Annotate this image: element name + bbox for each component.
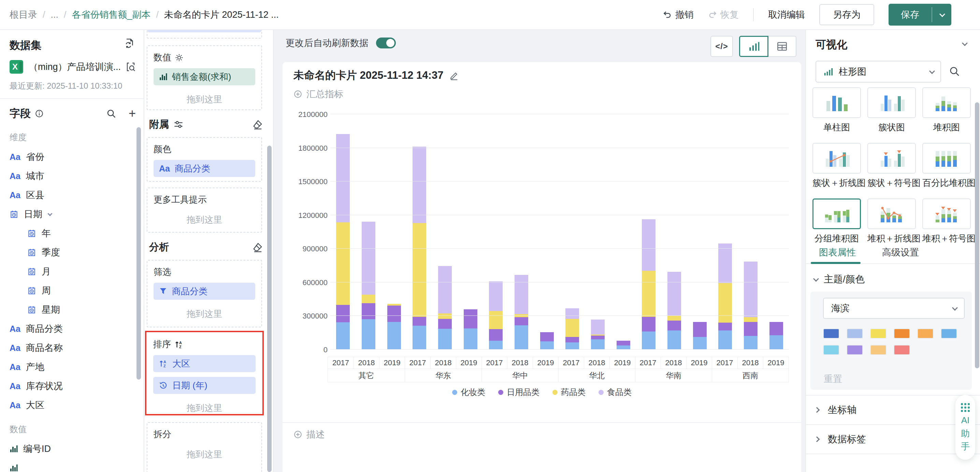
section-legend[interactable]: 图例 <box>806 454 980 472</box>
bar-其它-2017[interactable] <box>330 114 356 350</box>
gear-icon[interactable] <box>175 53 184 62</box>
ai-assistant-button[interactable]: AI 助 手 <box>955 395 975 460</box>
bar-华北-2017[interactable] <box>560 114 585 350</box>
split-dropzone[interactable]: 拆分 拖到这里 <box>147 422 262 472</box>
eraser-icon[interactable] <box>253 242 263 253</box>
dimension-field-区县[interactable]: Aa区县 <box>0 186 144 205</box>
bar-西南-2018[interactable] <box>738 114 764 350</box>
chart-type-单柱图[interactable]: 单柱图 <box>813 87 861 133</box>
reset-button[interactable]: 重置 <box>824 373 842 385</box>
tab-advanced-settings[interactable]: 高级设置 <box>882 246 919 259</box>
value-pill[interactable]: 销售金额(求和) <box>154 68 255 85</box>
cancel-edit-button[interactable]: 取消编辑 <box>768 8 805 21</box>
bar-华北-2018[interactable] <box>585 114 611 350</box>
bar-华东-2017[interactable] <box>407 114 432 350</box>
auto-refresh-toggle[interactable] <box>376 38 396 48</box>
color-swatch-#f3de58[interactable] <box>870 328 886 339</box>
chart-type-堆积图[interactable]: 堆积图 <box>922 87 971 133</box>
bar-其它-2018[interactable] <box>356 114 382 350</box>
dimension-field-星期[interactable]: 星期 <box>0 300 144 319</box>
bar-其它-2019[interactable] <box>381 114 407 350</box>
tooltip-dropzone[interactable]: 更多工具提示 拖到这里 <box>147 188 262 233</box>
bar-华中-2017[interactable] <box>483 114 509 350</box>
sidebar-scrollbar[interactable] <box>137 127 141 380</box>
view-table-button[interactable] <box>768 36 796 57</box>
panel-scrollbar[interactable] <box>975 102 979 368</box>
color-swatch-#4a72c8[interactable] <box>823 328 839 339</box>
dimension-field-大区[interactable]: Aa大区 <box>0 396 144 415</box>
bar-华北-2019[interactable] <box>611 114 636 350</box>
dimension-field-省份[interactable]: Aa省份 <box>0 147 144 167</box>
legend-item-药品类[interactable]: 药品类 <box>552 387 585 398</box>
chart-type-select[interactable]: 柱形图 <box>816 61 941 83</box>
dimension-field-季度[interactable]: 季度 <box>0 243 144 262</box>
section-axis[interactable]: 坐标轴 <box>806 395 980 424</box>
breadcrumb-dataset-link[interactable]: 各省份销售额_副本 <box>72 8 151 21</box>
color-pill[interactable]: Aa 商品分类 <box>154 160 255 177</box>
color-swatch-#f6ac55[interactable] <box>917 328 934 339</box>
color-swatch-#a28ce4[interactable] <box>846 345 863 355</box>
theme-color-section-header[interactable]: 主题/颜色 <box>813 273 865 286</box>
section-data-labels[interactable]: 数据标签 <box>806 424 980 454</box>
bar-华中-2019[interactable] <box>534 114 560 350</box>
redo-button[interactable]: 恢复 <box>708 8 739 21</box>
sliders-icon[interactable] <box>174 120 183 129</box>
color-swatch-#6db2e9[interactable] <box>941 328 957 339</box>
color-swatch-#f6c77c[interactable] <box>870 345 886 355</box>
chart-type-簇状＋折线图[interactable]: 簇状＋折线图 <box>813 143 861 189</box>
tab-chart-properties[interactable]: 图表属性 <box>819 246 856 259</box>
color-swatch-#a9c0ec[interactable] <box>846 328 863 339</box>
save-button[interactable]: 保存 <box>889 4 932 25</box>
search-chart-type-icon[interactable] <box>948 65 960 77</box>
metric-field-partial[interactable] <box>0 458 144 472</box>
theme-select[interactable]: 海滨 <box>823 298 965 319</box>
bar-华南-2019[interactable] <box>687 114 713 350</box>
chart-type-堆积＋折线图[interactable]: 堆积＋折线图 <box>867 199 916 245</box>
chart-type-分组堆积图[interactable]: 分组堆积图 <box>813 199 861 245</box>
chart-type-簇状＋符号图[interactable]: 簇状＋符号图 <box>867 143 916 189</box>
dimension-field-城市[interactable]: Aa城市 <box>0 167 144 186</box>
chart-type-百分比堆积图[interactable]: 百分比堆积图 <box>922 143 971 189</box>
undo-button[interactable]: 撤销 <box>663 8 694 21</box>
chevron-down-icon[interactable] <box>48 211 52 216</box>
chart-type-簇状图[interactable]: 簇状图 <box>867 87 916 133</box>
sort-pill-date-year[interactable]: 日期 (年) <box>153 377 256 394</box>
filter-dropzone[interactable]: 筛选 商品分类 拖到这里 <box>147 260 262 327</box>
dimension-pill-partial[interactable] <box>147 30 261 32</box>
collapse-panel-icon[interactable] <box>962 40 968 46</box>
filter-pill[interactable]: 商品分类 <box>154 283 255 300</box>
bar-华东-2018[interactable] <box>432 114 458 350</box>
add-field-icon[interactable]: + <box>129 107 136 120</box>
breadcrumb-ellipsis[interactable]: ... <box>51 10 59 20</box>
dimension-field-周[interactable]: 周 <box>0 281 144 300</box>
metric-field-编号ID[interactable]: 编号ID <box>0 439 144 458</box>
dimension-field-库存状况[interactable]: Aa库存状况 <box>0 377 144 396</box>
bar-华南-2017[interactable] <box>636 114 662 350</box>
bar-华东-2019[interactable] <box>458 114 483 350</box>
sort-dropzone-highlighted[interactable]: 排序 A Z A Z 大区 <box>145 331 264 415</box>
dimension-field-商品分类[interactable]: Aa商品分类 <box>0 319 144 339</box>
dimension-field-产地[interactable]: Aa产地 <box>0 358 144 377</box>
chart-type-堆积＋符号图[interactable]: 堆积＋符号图 <box>922 199 971 245</box>
preview-dataset-icon[interactable] <box>126 62 136 72</box>
legend-item-日用品类[interactable]: 日用品类 <box>498 387 539 398</box>
color-swatch-#f2827f[interactable] <box>894 345 910 355</box>
describe-button[interactable]: 描述 <box>293 428 325 441</box>
legend-item-化妆类[interactable]: 化妆类 <box>452 387 485 398</box>
save-as-button[interactable]: 另存为 <box>819 4 874 25</box>
bar-华中-2018[interactable] <box>509 114 535 350</box>
edit-title-icon[interactable] <box>449 71 459 80</box>
legend-item-食品类[interactable]: 食品类 <box>598 387 632 398</box>
search-fields-icon[interactable] <box>106 108 116 119</box>
view-chart-button[interactable] <box>739 36 768 57</box>
config-scrollbar[interactable] <box>267 146 272 472</box>
breadcrumb-root[interactable]: 根目录 <box>10 8 37 21</box>
switch-dataset-icon[interactable] <box>124 38 135 49</box>
eraser-icon[interactable] <box>253 119 263 130</box>
color-dropzone[interactable]: 颜色 Aa 商品分类 <box>147 137 262 182</box>
bar-华南-2018[interactable] <box>662 114 687 350</box>
bar-西南-2019[interactable] <box>763 114 789 350</box>
save-dropdown-button[interactable] <box>932 4 951 25</box>
dataset-item[interactable]: （ming）产品培训演... <box>10 59 136 75</box>
value-dropzone[interactable]: 数值 销售金额(求和) 拖到这里 <box>147 45 262 110</box>
